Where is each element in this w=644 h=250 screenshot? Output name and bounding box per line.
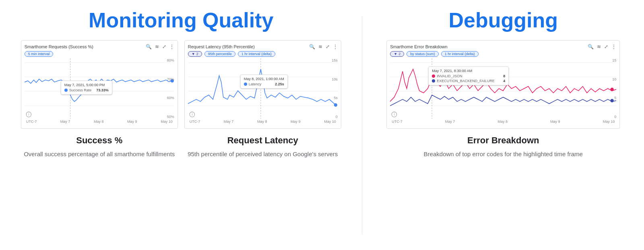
x-labels-success: UTC-7 May 7 May 8 May 9 May 10 bbox=[25, 120, 174, 124]
filter-count: 2 bbox=[398, 52, 400, 56]
more-icon[interactable]: ⋮ bbox=[333, 44, 338, 50]
search-icon[interactable]: 🔍 bbox=[146, 44, 152, 50]
filter-tag-percentile[interactable]: 95th percentile bbox=[204, 51, 235, 57]
tooltip-dot-invalid bbox=[432, 74, 435, 78]
expand-icon[interactable]: ⤢ bbox=[604, 44, 608, 50]
x-label: May 8 bbox=[257, 120, 267, 124]
filter-icon[interactable]: ≋ bbox=[318, 44, 322, 50]
x-label: May 7 bbox=[224, 120, 234, 124]
x-label: May 7 bbox=[445, 120, 455, 124]
x-label: May 10 bbox=[161, 120, 173, 124]
chart-header-error: Smarthome Error Breakdown 🔍 ≋ ⤢ ⋮ bbox=[390, 44, 616, 50]
x-label: May 8 bbox=[94, 120, 104, 124]
metric-title-success: Success % bbox=[21, 135, 178, 146]
y-label: 50% bbox=[167, 115, 174, 119]
tooltip-label: Success Rate bbox=[69, 88, 92, 92]
latency-chart-svg: i bbox=[188, 58, 338, 119]
chart-icons-success: 🔍 ≋ ⤢ ⋮ bbox=[146, 44, 174, 50]
metric-error: Error Breakdown Breakdown of top error c… bbox=[386, 135, 620, 159]
monitoring-section: Monitoring Quality Smarthome Requests (S… bbox=[0, 8, 362, 242]
latency-card: Request Latency (95th Percentile) 🔍 ≋ ⤢ … bbox=[184, 40, 341, 129]
expand-icon[interactable]: ⤢ bbox=[162, 44, 166, 50]
y-label: 0 bbox=[332, 115, 338, 119]
filter-tag-count[interactable]: ▼ 2 bbox=[390, 51, 404, 57]
y-labels-error: 15 10 5 0 bbox=[612, 58, 616, 119]
filter-tag-count[interactable]: ▼ 2 bbox=[188, 51, 202, 57]
expand-icon[interactable]: ⤢ bbox=[326, 44, 330, 50]
filter-tag-interval[interactable]: 5 min interval bbox=[25, 51, 54, 57]
more-icon[interactable]: ⋮ bbox=[611, 44, 616, 50]
chart-icons-error: 🔍 ≋ ⤢ ⋮ bbox=[588, 44, 616, 50]
filter-icon-small: ▼ bbox=[394, 52, 397, 56]
monitoring-title: Monitoring Quality bbox=[89, 8, 273, 32]
x-label: May 10 bbox=[603, 120, 615, 124]
y-label: 70% bbox=[167, 77, 174, 81]
chart-title-error: Smarthome Error Breakdown bbox=[390, 44, 447, 49]
svg-text:i: i bbox=[394, 112, 395, 116]
tooltip-label-invalid: INVALID_JSON bbox=[437, 74, 462, 78]
metric-desc-success: Overall success percentage of all smarth… bbox=[21, 150, 178, 159]
success-rate-card: Smarthome Requests (Success %) 🔍 ≋ ⤢ ⋮ 5… bbox=[21, 40, 178, 129]
tooltip-date: May 7, 2021, 8:30:00 AM bbox=[432, 69, 505, 73]
y-labels-latency: 15s 10s 5s 0 bbox=[332, 58, 338, 119]
search-icon[interactable]: 🔍 bbox=[588, 44, 594, 50]
tooltip-dot bbox=[244, 83, 247, 86]
tooltip-value: 2.25s bbox=[272, 82, 284, 86]
more-icon[interactable]: ⋮ bbox=[169, 44, 174, 50]
page-wrapper: Monitoring Quality Smarthome Requests (S… bbox=[0, 0, 644, 250]
svg-text:i: i bbox=[192, 112, 192, 116]
search-icon[interactable]: 🔍 bbox=[309, 44, 315, 50]
filter-icon[interactable]: ≋ bbox=[155, 44, 159, 50]
x-labels-error: UTC-7 May 7 May 8 May 9 May 10 bbox=[390, 120, 616, 124]
metric-title-error: Error Breakdown bbox=[386, 135, 620, 146]
x-label: May 9 bbox=[291, 120, 301, 124]
error-tooltip: May 7, 2021, 8:30:00 AM INVALID_JSON 8 E… bbox=[428, 66, 509, 85]
y-label: 15s bbox=[332, 58, 338, 62]
debugging-metrics-row: Error Breakdown Breakdown of top error c… bbox=[374, 135, 632, 159]
x-label: May 9 bbox=[550, 120, 560, 124]
chart-filters-success: 5 min interval bbox=[25, 51, 174, 57]
tooltip-row-exec: EXECUTION_BACKEND_FAILURE 4 bbox=[432, 79, 505, 83]
tooltip-row: Success Rate 73.33% bbox=[64, 88, 109, 92]
tooltip-row-invalid: INVALID_JSON 8 bbox=[432, 74, 505, 78]
metric-desc-latency: 95th percentile of perceived latency on … bbox=[184, 150, 341, 159]
success-tooltip: May 7, 2021, 5:00:00 PM Success Rate 73.… bbox=[61, 81, 112, 95]
tooltip-label-exec: EXECUTION_BACKEND_FAILURE bbox=[437, 79, 495, 83]
y-label: 10 bbox=[612, 77, 616, 81]
x-label: May 9 bbox=[127, 120, 137, 124]
y-label: 5 bbox=[612, 96, 616, 100]
tooltip-date: May 8, 2021, 1:00:00 AM bbox=[244, 77, 284, 81]
debugging-title: Debugging bbox=[448, 8, 558, 32]
tooltip-value-exec: 4 bbox=[500, 79, 505, 83]
tooltip-value: 73.33% bbox=[93, 88, 109, 92]
x-label: May 8 bbox=[497, 120, 508, 124]
tooltip-value-invalid: 8 bbox=[500, 74, 505, 78]
y-labels-success: 80% 70% 60% 50% bbox=[167, 58, 174, 119]
filter-tag-interval[interactable]: 1 hr interval (delta) bbox=[238, 51, 275, 57]
latency-tooltip: May 8, 2021, 1:00:00 AM Latency 2.25s bbox=[240, 74, 288, 89]
x-label: UTC-7 bbox=[190, 120, 200, 124]
y-label: 0 bbox=[612, 115, 616, 119]
filter-icon[interactable]: ≋ bbox=[597, 44, 601, 50]
filter-tag-interval[interactable]: 1 hr interval (delta) bbox=[441, 51, 479, 57]
svg-text:i: i bbox=[28, 112, 29, 116]
error-chart-area: i 15 10 5 0 May 7, 2021, 8:30:00 AM INVA… bbox=[390, 58, 616, 119]
x-label: UTC-7 bbox=[392, 120, 402, 124]
x-label: UTC-7 bbox=[26, 120, 37, 124]
y-label: 5s bbox=[332, 96, 338, 100]
latency-chart-area: i 15s 10s 5s 0 May 8, 2021, 1:00:00 AM L… bbox=[188, 58, 338, 119]
metric-success: Success % Overall success percentage of … bbox=[21, 135, 178, 159]
chart-title-success: Smarthome Requests (Success %) bbox=[25, 44, 93, 49]
y-label: 80% bbox=[167, 58, 174, 62]
tooltip-dot-exec bbox=[432, 79, 435, 83]
filter-tag-status[interactable]: by status (sum) bbox=[407, 51, 439, 57]
tooltip-label: Latency bbox=[249, 82, 262, 86]
x-labels-latency: UTC-7 May 7 May 8 May 9 May 10 bbox=[188, 120, 338, 124]
filter-icon-small: ▼ bbox=[192, 52, 195, 56]
tooltip-row: Latency 2.25s bbox=[244, 82, 284, 86]
y-label: 10s bbox=[332, 77, 338, 81]
metric-latency: Request Latency 95th percentile of perce… bbox=[184, 135, 341, 159]
success-chart-area: i 80% 70% 60% 50% May 7, 2021, 5:00:00 P… bbox=[25, 58, 174, 119]
metric-desc-error: Breakdown of top error codes for the hig… bbox=[386, 150, 620, 159]
y-label: 15 bbox=[612, 58, 616, 62]
